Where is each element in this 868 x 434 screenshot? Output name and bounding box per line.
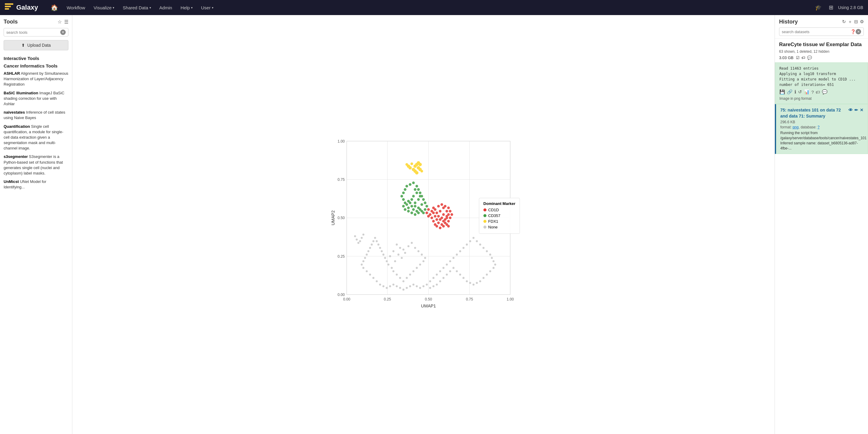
tag-icon[interactable]: 🏷: [801, 56, 805, 60]
list-icon[interactable]: ☰: [64, 19, 68, 25]
svg-point-121: [436, 284, 438, 286]
svg-point-59: [364, 257, 366, 259]
svg-point-111: [469, 282, 471, 284]
svg-point-72: [396, 285, 398, 287]
brand[interactable]: Galaxy: [5, 3, 38, 12]
dataset-log-item: Read 11463 entries Applying a log10 tran…: [775, 62, 868, 104]
nav-visualize[interactable]: Visualize ▾: [90, 3, 118, 13]
nav-help[interactable]: Help ▾: [177, 3, 196, 13]
history-search-clear-button[interactable]: ✕: [856, 29, 861, 34]
tool-naivestates[interactable]: naivestates Inference of cell states usi…: [4, 110, 68, 121]
tool-quantification[interactable]: Quantification Single cell quantificatio…: [4, 124, 68, 151]
svg-point-104: [493, 267, 495, 269]
svg-point-107: [483, 277, 485, 279]
dataset-format-link[interactable]: png: [793, 125, 799, 129]
history-search-help-icon[interactable]: ❓: [850, 29, 856, 34]
sidebar-scroll: Interactive Tools Cancer Informatics Too…: [4, 55, 68, 430]
sidebar-header: Tools ☆ ☰: [4, 19, 68, 25]
svg-point-28: [407, 245, 410, 247]
svg-point-134: [412, 195, 415, 197]
tool-basic[interactable]: BaSiC Illumination ImageJ BaSiC shading …: [4, 90, 68, 107]
dataset-database-link[interactable]: ?: [817, 125, 819, 129]
checkbox-icon[interactable]: ☑: [796, 56, 800, 60]
refresh-icon[interactable]: ↻: [842, 19, 846, 25]
svg-point-23: [401, 257, 403, 259]
svg-point-144: [410, 205, 413, 208]
svg-point-109: [476, 282, 478, 284]
link-icon[interactable]: 🔗: [787, 89, 793, 95]
svg-point-38: [409, 274, 411, 276]
search-input[interactable]: [6, 30, 60, 35]
chart-icon[interactable]: 📊: [804, 89, 809, 95]
nav-home[interactable]: 🏠: [47, 1, 62, 13]
svg-point-116: [453, 267, 455, 269]
columns-icon[interactable]: ⊟: [854, 19, 858, 25]
eye-icon[interactable]: 👁: [848, 107, 852, 113]
svg-point-161: [407, 210, 410, 213]
history-search-input[interactable]: [782, 30, 850, 34]
close-icon[interactable]: ✕: [860, 107, 864, 113]
brand-name: Galaxy: [16, 4, 38, 11]
history-size-icons: ☑ 🏷 💬: [796, 56, 812, 60]
settings-icon[interactable]: ⚙: [860, 19, 864, 25]
help-icon[interactable]: ?: [811, 90, 814, 95]
upload-data-button[interactable]: ⬆ Upload Data: [4, 40, 68, 50]
svg-point-157: [421, 210, 423, 213]
svg-point-159: [414, 213, 416, 216]
svg-point-115: [456, 270, 458, 273]
tag-icon2[interactable]: 🏷: [815, 90, 820, 95]
dataset-log-actions: 💾 🔗 ℹ ↺ 📊 ? 🏷 💬: [779, 89, 864, 95]
svg-point-48: [382, 253, 384, 255]
history-title: History: [779, 19, 798, 25]
nav-shared-data[interactable]: Shared Data ▾: [119, 3, 154, 13]
svg-point-152: [421, 195, 423, 197]
nav-workflow[interactable]: Workflow: [63, 3, 89, 13]
chart-legend: Dominant Marker CD1D CD357 FDX1: [479, 198, 520, 234]
svg-point-190: [451, 213, 453, 216]
history-name: RareCyte tissue w/ Exemplar Data: [775, 38, 868, 49]
dataset-number: 75:: [780, 107, 787, 113]
graduation-icon[interactable]: 🎓: [812, 3, 824, 12]
svg-point-89: [453, 257, 455, 259]
svg-point-41: [399, 277, 401, 279]
svg-point-84: [436, 274, 438, 276]
dataset-log-text: Read 11463 entries Applying a log10 tran…: [779, 66, 864, 87]
svg-point-65: [373, 277, 375, 279]
info-icon[interactable]: ℹ: [795, 89, 796, 95]
svg-point-105: [489, 270, 491, 273]
nav-admin[interactable]: Admin: [156, 3, 176, 13]
comment-icon[interactable]: 💬: [807, 56, 812, 60]
svg-point-57: [367, 250, 370, 252]
svg-point-168: [404, 188, 407, 191]
save-icon[interactable]: 💾: [779, 89, 785, 95]
dataset-format-badge: Image in png format: [779, 96, 864, 101]
log-line-2: Applying a log10 transform: [779, 71, 864, 76]
svg-point-45: [387, 264, 390, 266]
pencil-icon[interactable]: ✏: [855, 107, 858, 113]
svg-point-153: [422, 198, 425, 201]
search-clear-button[interactable]: ✕: [60, 30, 66, 35]
legend-cd357: CD357: [484, 213, 516, 218]
svg-text:0.25: 0.25: [338, 254, 345, 258]
history-title-row: History ↻ ＋ ⊟ ⚙: [779, 19, 864, 25]
plus-icon[interactable]: ＋: [848, 19, 852, 25]
svg-point-206: [447, 225, 450, 227]
tool-s3segmenter[interactable]: s3segmenter S3segmenter is a Python-base…: [4, 154, 68, 176]
svg-point-80: [423, 285, 425, 287]
nav-user[interactable]: User ▾: [197, 3, 217, 13]
grid-icon[interactable]: ⊞: [827, 3, 836, 12]
svg-point-32: [421, 253, 423, 255]
chart-area: 1.00 0.75 0.50 0.25 0.00 0.00 0.25 0.50 …: [72, 15, 775, 434]
svg-point-162: [404, 208, 407, 211]
history-meta: 63 shown, 1 deleted, 12 hidden: [775, 49, 868, 55]
section-interactive-tools: Interactive Tools: [4, 56, 68, 61]
svg-point-158: [417, 212, 420, 214]
comment-icon2[interactable]: 💬: [822, 89, 828, 95]
tool-unmicst[interactable]: UnMicst UNet Model for Identifying...: [4, 179, 68, 190]
log-line-3: Fitting a mixture model to CD1D ...: [779, 76, 864, 82]
svg-point-29: [411, 242, 413, 244]
tool-ashlar[interactable]: ASHLAR Alignment by Simultaneous Harmoni…: [4, 71, 68, 87]
svg-point-54: [373, 240, 375, 242]
star-icon[interactable]: ☆: [58, 19, 62, 25]
redo-icon[interactable]: ↺: [798, 89, 802, 95]
